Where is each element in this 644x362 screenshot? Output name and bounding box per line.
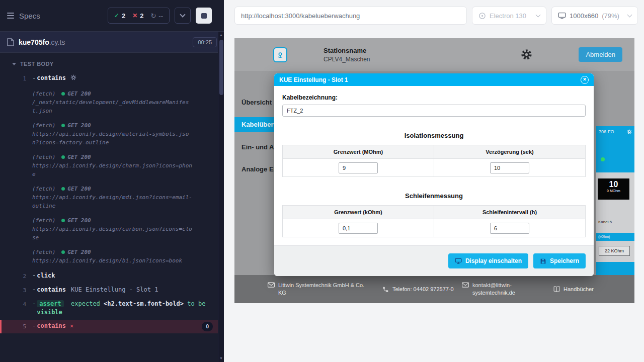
status-dot-icon xyxy=(61,92,65,96)
fetch-method: GET xyxy=(67,90,77,97)
grenzwert-mohm-input[interactable] xyxy=(339,162,378,173)
fetch-label: (fetch) xyxy=(32,122,55,129)
display-einschalten-button[interactable]: Display einschalten xyxy=(448,253,528,268)
suite-label: TEST BODY xyxy=(20,61,54,67)
specs-toggle[interactable]: Specs xyxy=(7,11,40,20)
footer-company: Littwin Systemtechnik GmbH & Co. KG xyxy=(268,282,382,297)
fetch-method: GET xyxy=(67,217,77,224)
command-row-contains-2[interactable]: 3 contains KUE Einstellung - Slot 1 xyxy=(0,284,218,297)
spec-extension: .cy.ts xyxy=(49,38,65,46)
schleifenintervall-input[interactable] xyxy=(490,223,529,234)
column-header: Grenzwert (kOhm) xyxy=(283,206,434,219)
mail-icon xyxy=(268,282,275,288)
command-row-contains-1[interactable]: 1 contains xyxy=(0,72,218,85)
aut-pane: http://localhost:3000/kabelueberwachung … xyxy=(224,0,644,362)
column-header: Verzögerung (sek) xyxy=(434,145,586,159)
stop-icon xyxy=(201,13,207,19)
test-stats: ✓ 2 ✕ 2 ↻ -- xyxy=(108,8,170,24)
modal-footer: Display einschalten Speichern xyxy=(274,245,594,276)
cypress-runner-panel: Specs ✓ 2 ✕ 2 ↻ -- xyxy=(0,0,224,362)
fetch-log[interactable]: (fetch)GET 200 https://api.iconify.desig… xyxy=(0,183,218,212)
status-dot-icon xyxy=(601,157,605,161)
viewport-select[interactable]: 1000x660 (79%) xyxy=(551,7,638,25)
app-footer: Littwin Systemtechnik GmbH & Co. KG Tele… xyxy=(234,275,634,303)
spec-name: kue705fo xyxy=(19,38,49,46)
card-title: 706-FO xyxy=(599,129,614,134)
fetch-status: 200 xyxy=(81,154,91,160)
stat-failed: ✕ 2 xyxy=(132,12,143,20)
fetch-status: 200 xyxy=(81,90,91,97)
footer-phone: Telefon: 04402 972577-0 xyxy=(382,286,462,293)
kabel-label: Kabel 5 xyxy=(598,220,612,224)
command-number: 3 xyxy=(0,286,26,295)
fetch-status: 200 xyxy=(81,186,91,192)
assert-message: assert expected <h2.text-sm.font-bold> t… xyxy=(37,300,208,317)
grenzwert-kohm-input[interactable] xyxy=(339,223,378,234)
kue-settings-modal: KUE Einstellung - Slot 1 ✕ Kabelbezeichn… xyxy=(274,73,594,276)
command-row-contains-failed[interactable]: 5 contains ✕ 0 xyxy=(0,320,218,333)
command-row-assert[interactable]: 4 assert expected <h2.text-sm.font-bold>… xyxy=(0,298,218,319)
runner-header: Specs ✓ 2 ✕ 2 ↻ -- xyxy=(0,0,224,32)
status-dot-icon xyxy=(61,124,65,127)
fetch-method: GET xyxy=(67,186,77,192)
station-value: CPLV4_Maschen xyxy=(324,56,370,63)
chevron-down-icon xyxy=(180,12,185,17)
spec-file-row[interactable]: kue705fo.cy.ts 00:25 xyxy=(0,32,224,53)
fetch-log[interactable]: (fetch)GET 200 https://api.iconify.desig… xyxy=(0,120,218,148)
app-header: Stationsname CPLV4_Maschen Abmelden xyxy=(234,38,634,71)
fetch-label: (fetch) xyxy=(32,217,55,224)
scroll-down-icon[interactable]: ▼ xyxy=(219,355,223,362)
status-dot-icon xyxy=(61,250,65,254)
command-message: KUE Einstellung - Slot 1 xyxy=(71,286,158,294)
caret-down-icon xyxy=(12,63,16,65)
verzoegerung-sek-input[interactable] xyxy=(490,162,529,173)
fetch-label: (fetch) xyxy=(32,186,55,192)
fetch-url: https://api.iconify.design/carbon.json?i… xyxy=(32,225,192,242)
fetch-log[interactable]: (fetch)GET 200 /_next/static/development… xyxy=(0,88,218,117)
scrollbar-thumb[interactable] xyxy=(219,40,223,95)
gear-icon[interactable] xyxy=(627,129,632,134)
command-dash xyxy=(32,74,36,82)
url-input[interactable]: http://localhost:3000/kabelueberwachung xyxy=(234,7,467,25)
fetch-url: https://api.iconify.design/material-symb… xyxy=(32,130,192,147)
fetch-log[interactable]: (fetch)GET 200 https://api.iconify.desig… xyxy=(0,246,218,266)
scroll-up-icon[interactable]: ▲ xyxy=(219,32,223,39)
close-icon[interactable]: ✕ xyxy=(581,76,589,84)
status-dot-icon xyxy=(61,219,65,222)
command-number: 5 xyxy=(2,322,26,331)
spec-timer: 00:25 xyxy=(193,37,217,47)
stop-tests-button[interactable] xyxy=(196,8,212,24)
settings-gear-icon[interactable] xyxy=(521,49,532,60)
suite-test-body[interactable]: TEST BODY xyxy=(0,57,218,71)
fetch-status: 200 xyxy=(81,122,91,129)
logout-button[interactable]: Abmelden xyxy=(579,47,622,62)
failed-count: 2 xyxy=(140,12,143,20)
fetch-log[interactable]: (fetch)GET 200 https://api.iconify.desig… xyxy=(0,151,218,180)
fetch-status: 200 xyxy=(81,217,91,224)
footer-manuals[interactable]: Handbücher xyxy=(553,286,594,293)
save-floppy-icon xyxy=(540,258,546,264)
gear-icon xyxy=(70,74,76,83)
fetch-log[interactable]: (fetch)GET 200 https://api.iconify.desig… xyxy=(0,215,218,243)
monitor-icon xyxy=(558,12,566,19)
runner-scrollbar[interactable]: ▲ ▼ xyxy=(218,32,224,362)
chevron-down-icon xyxy=(536,13,541,18)
speichern-button[interactable]: Speichern xyxy=(533,253,586,268)
schleifenmessung-title: Schleifenmessung xyxy=(282,192,586,200)
fetch-method: GET xyxy=(67,154,77,160)
command-number: 2 xyxy=(0,272,26,281)
measurement-unit: 0 MOhm xyxy=(598,189,629,193)
collapse-log-button[interactable] xyxy=(175,8,191,24)
kabel-bezeichnung-input[interactable] xyxy=(282,105,586,117)
viewport-zoom: (79%) xyxy=(602,12,619,20)
command-method: contains xyxy=(37,322,66,330)
display-icon xyxy=(455,258,462,264)
browser-name: Electron 130 xyxy=(490,12,526,20)
viewport-size: 1000x660 xyxy=(570,12,598,20)
command-row-click[interactable]: 2 click xyxy=(0,269,218,283)
browser-toolbar: http://localhost:3000/kabelueberwachung … xyxy=(224,0,644,31)
browser-select[interactable]: Electron 130 xyxy=(472,7,546,25)
refresh-icon: ↻ xyxy=(150,12,156,20)
chevron-down-icon xyxy=(627,13,632,18)
fetch-label: (fetch) xyxy=(32,249,55,255)
